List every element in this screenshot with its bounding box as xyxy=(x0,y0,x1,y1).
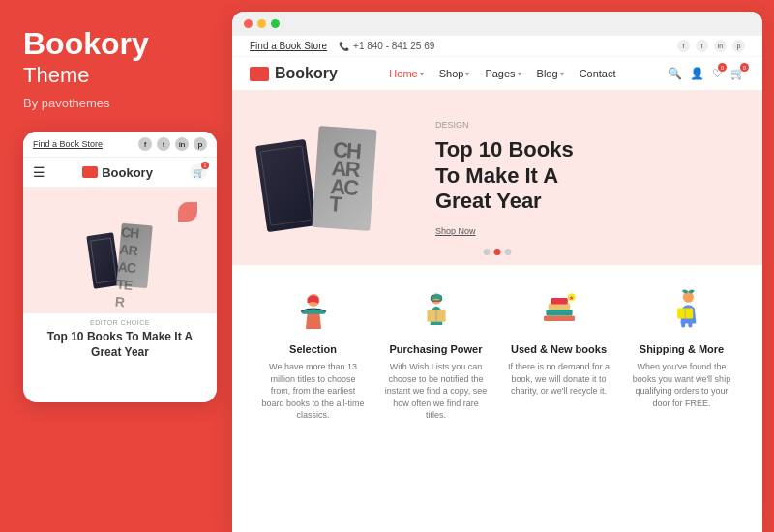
cart-badge: 0 xyxy=(740,63,749,72)
browser-chrome xyxy=(232,12,762,36)
mobile-book-light: CHARACTER xyxy=(116,222,153,288)
site-brand-icon xyxy=(250,67,269,81)
svg-rect-6 xyxy=(544,315,575,321)
hero-dots xyxy=(484,249,512,255)
hero-tag: DESIGN xyxy=(435,120,733,130)
hero-books: CHARACT xyxy=(261,128,416,229)
browser-window: Find a Book Store 📞 +1 840 - 841 25 69 f… xyxy=(232,12,762,532)
left-panel: Bookory Theme By pavothemes Find a Book … xyxy=(0,0,232,532)
feature-shipping: Shipping & More When you've found the bo… xyxy=(620,282,743,422)
wishlist-badge: 0 xyxy=(718,63,727,72)
mobile-facebook-icon[interactable]: f xyxy=(138,137,152,151)
phone-icon: 📞 xyxy=(339,42,349,51)
mobile-cart-icon[interactable]: 🛒 1 xyxy=(190,163,207,181)
mobile-social-icons: f t in p xyxy=(138,137,207,151)
svg-point-12 xyxy=(682,291,693,302)
home-arrow-icon: ▾ xyxy=(420,70,424,78)
mobile-top-bar: Find a Book Store f t in p xyxy=(23,132,217,158)
features-section: Selection We have more than 13 million t… xyxy=(232,265,762,439)
shipping-desc: When you've found the books you want we'… xyxy=(628,361,735,409)
used-new-books-desc: If there is no demand for a book, we wil… xyxy=(505,361,612,398)
site-menu: Home ▾ Shop ▾ Pages ▾ Blog ▾ xyxy=(389,68,615,79)
mobile-book-dark xyxy=(86,232,120,288)
facebook-icon[interactable]: f xyxy=(677,40,690,52)
brand-subtitle: Theme xyxy=(23,63,209,88)
mobile-nav: ☰ Bookory 🛒 1 xyxy=(23,158,217,188)
feature-purchasing-power: Purchasing Power With Wish Lists you can… xyxy=(374,282,497,422)
browser-dot-close[interactable] xyxy=(244,19,253,28)
svg-rect-9 xyxy=(551,298,568,304)
feature-used-new: ★ Used & New books If there is no demand… xyxy=(497,282,620,422)
mobile-find-store-link[interactable]: Find a Book Store xyxy=(33,139,103,149)
site-brand-name: Bookory xyxy=(275,65,338,82)
browser-dot-minimize[interactable] xyxy=(257,19,266,28)
svg-rect-15 xyxy=(681,321,685,327)
cart-icon[interactable]: 🛒 0 xyxy=(730,67,745,80)
purchasing-power-desc: With Wish Lists you can choose to be not… xyxy=(382,361,490,422)
site-find-store-link[interactable]: Find a Book Store xyxy=(250,41,327,51)
feature-selection: Selection We have more than 13 million t… xyxy=(252,282,374,422)
hero-dot-3[interactable] xyxy=(505,249,512,255)
svg-text:★: ★ xyxy=(569,294,574,301)
site-nav-pages[interactable]: Pages ▾ xyxy=(485,68,521,79)
shop-now-button[interactable]: Shop Now xyxy=(435,226,733,236)
hero-book-light: CHARACT xyxy=(312,126,376,231)
purchasing-power-title: Purchasing Power xyxy=(390,343,483,355)
shop-arrow-icon: ▾ xyxy=(465,70,469,78)
shipping-title: Shipping & More xyxy=(640,343,724,355)
site-brand: Bookory xyxy=(250,65,338,82)
hero-text: DESIGN Top 10 BooksTo Make It AGreat Yea… xyxy=(416,120,733,235)
mobile-cart-badge: 1 xyxy=(201,162,209,169)
mobile-hamburger-icon[interactable]: ☰ xyxy=(33,164,45,180)
site-nav-shop[interactable]: Shop ▾ xyxy=(439,68,470,79)
hero-section: CHARACT DESIGN Top 10 BooksTo Make It AG… xyxy=(232,91,762,265)
site-phone-number: +1 840 - 841 25 69 xyxy=(353,41,434,51)
mobile-brand: Bookory xyxy=(82,165,153,180)
selection-desc: We have more than 13 million titles to c… xyxy=(259,361,367,422)
blog-arrow-icon: ▾ xyxy=(560,70,564,78)
twitter-icon[interactable]: t xyxy=(696,40,708,52)
site-nav-contact[interactable]: Contact xyxy=(580,68,616,79)
user-icon[interactable]: 👤 xyxy=(690,67,704,80)
hero-dot-1[interactable] xyxy=(484,249,491,255)
mobile-hero-title: Top 10 Books To Make It A Great Year xyxy=(31,326,209,364)
mobile-books-image: CHARACTER xyxy=(76,215,164,287)
mobile-instagram-icon[interactable]: in xyxy=(175,137,189,151)
hero-title: Top 10 BooksTo Make It AGreat Year xyxy=(435,137,733,214)
brand-title: Bookory xyxy=(23,27,209,61)
instagram-icon[interactable]: in xyxy=(714,40,727,52)
site-social-icons: f t in p xyxy=(677,40,745,52)
pinterest-icon[interactable]: p xyxy=(732,40,745,52)
svg-rect-7 xyxy=(546,310,572,315)
selection-icon xyxy=(286,282,340,336)
hero-char-text: CHARACT xyxy=(329,141,361,216)
hero-dot-2[interactable] xyxy=(494,249,501,255)
pages-arrow-icon: ▾ xyxy=(518,70,521,78)
mobile-leaf-decoration xyxy=(178,202,197,222)
used-new-books-title: Used & New books xyxy=(511,343,607,355)
mobile-pinterest-icon[interactable]: p xyxy=(194,137,207,151)
browser-dot-maximize[interactable] xyxy=(271,19,280,28)
site-top-bar: Find a Book Store 📞 +1 840 - 841 25 69 f… xyxy=(232,36,762,57)
site-phone: 📞 +1 840 - 841 25 69 xyxy=(339,41,434,51)
browser-dots xyxy=(244,19,280,28)
mobile-brand-icon xyxy=(82,166,98,178)
site-nav: Bookory Home ▾ Shop ▾ Pages ▾ xyxy=(232,57,762,90)
site-nav-home[interactable]: Home ▾ xyxy=(389,68,423,79)
svg-rect-16 xyxy=(688,321,692,327)
wishlist-icon[interactable]: ♡ 0 xyxy=(712,67,723,80)
mobile-hero: CHARACTER xyxy=(23,188,217,313)
shipping-icon xyxy=(655,282,708,336)
site-nav-icons: 🔍 👤 ♡ 0 🛒 0 xyxy=(668,67,745,80)
selection-title: Selection xyxy=(289,343,337,355)
brand-by: By pavothemes xyxy=(23,96,209,110)
mobile-twitter-icon[interactable]: t xyxy=(157,137,170,151)
mobile-editor-choice-label: EDITOR CHOICE xyxy=(31,319,209,326)
used-new-books-icon: ★ xyxy=(532,282,585,336)
site-nav-blog[interactable]: Blog ▾ xyxy=(537,68,564,79)
browser-content: Find a Book Store 📞 +1 840 - 841 25 69 f… xyxy=(232,36,762,532)
search-icon[interactable]: 🔍 xyxy=(668,67,682,80)
purchasing-power-icon xyxy=(409,282,462,336)
site-header: Find a Book Store 📞 +1 840 - 841 25 69 f… xyxy=(232,36,762,91)
site-top-left: Find a Book Store 📞 +1 840 - 841 25 69 xyxy=(250,41,434,51)
